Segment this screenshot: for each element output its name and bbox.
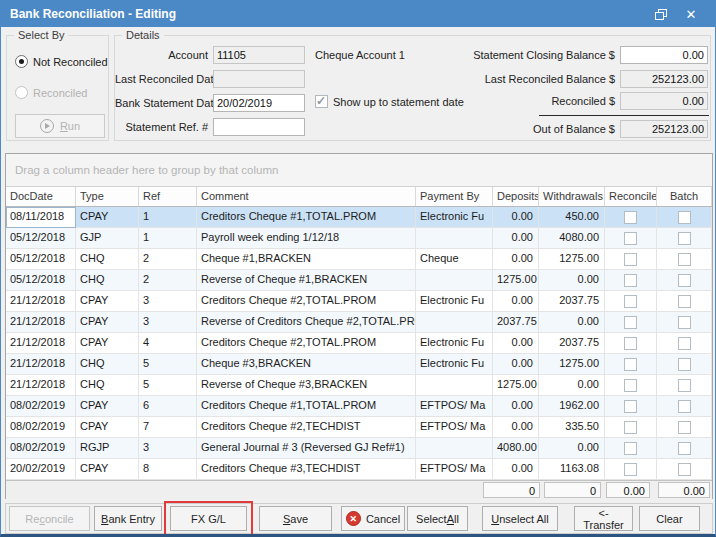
cell-ref: 3 <box>139 438 197 459</box>
table-row[interactable]: 21/12/2018CHQ5Cheque #3,BRACKENElectroni… <box>6 354 712 375</box>
reconcile-checkbox[interactable] <box>624 421 637 434</box>
batch-checkbox[interactable] <box>678 379 691 392</box>
restore-button[interactable] <box>646 3 676 25</box>
group-by-panel: Drag a column header here to group by th… <box>6 154 712 187</box>
column-header-doc_date[interactable]: DocDate <box>6 187 76 206</box>
radio-not-reconciled[interactable]: Not Reconciled <box>15 55 108 68</box>
batch-checkbox[interactable] <box>678 295 691 308</box>
column-header-reconcile[interactable]: Reconcile <box>605 187 657 206</box>
cell-payment_by <box>416 438 493 459</box>
radio-label: Reconciled <box>33 87 87 99</box>
cell-withdrawals: 335.50 <box>539 417 605 438</box>
account-name-text: Cheque Account 1 <box>315 49 405 61</box>
reconcile-checkbox[interactable] <box>624 211 637 224</box>
cell-type: CHQ <box>76 249 139 270</box>
unselect-all-button[interactable]: Unselect All <box>482 506 558 531</box>
batch-checkbox[interactable] <box>678 232 691 245</box>
batch-checkbox[interactable] <box>678 316 691 329</box>
table-row[interactable]: 08/11/2018CPAY1Creditors Cheque #1,TOTAL… <box>6 207 712 228</box>
table-row[interactable]: 21/12/2018CPAY4Creditors Cheque #2,TOTAL… <box>6 333 712 354</box>
column-header-comment[interactable]: Comment <box>197 187 416 206</box>
column-header-batch[interactable]: Batch <box>657 187 712 206</box>
cell-payment_by: Electronic Fu <box>416 207 493 228</box>
statement-ref-label: Statement Ref. # <box>115 121 208 133</box>
balance-divider <box>539 115 709 116</box>
batch-checkbox[interactable] <box>678 337 691 350</box>
cell-doc_date: 21/12/2018 <box>6 375 76 396</box>
column-header-ref[interactable]: Ref <box>139 187 197 206</box>
cell-comment: Reverse of Cheque #1,BRACKEN <box>197 270 416 291</box>
batch-checkbox[interactable] <box>678 274 691 287</box>
batch-checkbox[interactable] <box>678 463 691 476</box>
cancel-button[interactable]: ✕Cancel <box>341 506 405 531</box>
batch-checkbox[interactable] <box>678 358 691 371</box>
close-button[interactable]: ✕ <box>676 3 706 25</box>
transfer-button[interactable]: <- Transfer <box>574 506 633 531</box>
select-all-button[interactable]: Select All <box>407 506 468 531</box>
cell-batch <box>657 291 712 312</box>
cell-type: RGJP <box>76 438 139 459</box>
cell-ref: 1 <box>139 228 197 249</box>
bank-entry-button[interactable]: Bank Entry <box>94 506 162 531</box>
cell-ref: 1 <box>139 207 197 228</box>
table-row[interactable]: 05/12/2018GJP1Payroll week ending 1/12/1… <box>6 228 712 249</box>
save-button[interactable]: Save <box>259 506 332 531</box>
table-row[interactable]: 08/02/2019RGJP3General Journal # 3 (Reve… <box>6 438 712 459</box>
last-reconciled-date-label: Last Reconciled Date <box>115 73 208 85</box>
restore-icon <box>655 9 667 20</box>
cell-doc_date: 08/02/2019 <box>6 396 76 417</box>
cell-withdrawals: 0.00 <box>539 270 605 291</box>
column-header-payment_by[interactable]: Payment By <box>416 187 493 206</box>
reconcile-checkbox[interactable] <box>624 295 637 308</box>
cell-payment_by: Cheque <box>416 249 493 270</box>
cell-withdrawals: 4080.00 <box>539 228 605 249</box>
clear-button[interactable]: Clear <box>639 506 700 531</box>
reconcile-checkbox[interactable] <box>624 337 637 350</box>
cell-ref: 7 <box>139 417 197 438</box>
table-row[interactable]: 21/12/2018CPAY3Reverse of Creditors Cheq… <box>6 312 712 333</box>
table-row[interactable]: 05/12/2018CHQ2Cheque #1,BRACKENCheque0.0… <box>6 249 712 270</box>
column-header-type[interactable]: Type <box>76 187 139 206</box>
reconcile-checkbox[interactable] <box>624 463 637 476</box>
table-row[interactable]: 20/02/2019CPAY8Creditors Cheque #3,TECHD… <box>6 459 712 480</box>
cell-type: CHQ <box>76 354 139 375</box>
batch-checkbox[interactable] <box>678 211 691 224</box>
reconcile-button: Reconcile <box>9 506 90 531</box>
cell-deposits: 0.00 <box>493 459 539 480</box>
reconcile-checkbox[interactable] <box>624 232 637 245</box>
column-header-withdrawals[interactable]: Withdrawals <box>539 187 605 206</box>
column-header-deposits[interactable]: Deposits <box>493 187 539 206</box>
batch-checkbox[interactable] <box>678 400 691 413</box>
reconcile-checkbox[interactable] <box>624 274 637 287</box>
statement-ref-field[interactable] <box>213 118 305 136</box>
reconcile-checkbox[interactable] <box>624 253 637 266</box>
cell-doc_date: 08/02/2019 <box>6 417 76 438</box>
reconcile-checkbox[interactable] <box>624 379 637 392</box>
radio-label: Not Reconciled <box>33 56 108 68</box>
cell-type: CPAY <box>76 312 139 333</box>
table-row[interactable]: 21/12/2018CHQ5Reverse of Cheque #3,BRACK… <box>6 375 712 396</box>
reconcile-checkbox[interactable] <box>624 442 637 455</box>
cell-reconcile <box>605 291 657 312</box>
batch-checkbox[interactable] <box>678 421 691 434</box>
cell-type: CHQ <box>76 270 139 291</box>
cell-type: CHQ <box>76 375 139 396</box>
cell-doc_date: 08/02/2019 <box>6 438 76 459</box>
reconcile-checkbox[interactable] <box>624 358 637 371</box>
cell-withdrawals: 0.00 <box>539 375 605 396</box>
table-row[interactable]: 08/02/2019CPAY7Creditors Cheque #2,TECHD… <box>6 417 712 438</box>
table-row[interactable]: 05/12/2018CHQ2Reverse of Cheque #1,BRACK… <box>6 270 712 291</box>
batch-checkbox[interactable] <box>678 442 691 455</box>
cell-payment_by: Electronic Fu <box>416 291 493 312</box>
cell-doc_date: 05/12/2018 <box>6 249 76 270</box>
fx-g-l-button[interactable]: FX G/L <box>170 506 247 531</box>
bank-statement-date-field[interactable] <box>213 94 305 112</box>
statement-closing-balance-field[interactable] <box>620 46 708 64</box>
reconcile-checkbox[interactable] <box>624 400 637 413</box>
table-row[interactable]: 21/12/2018CPAY3Creditors Cheque #2,TOTAL… <box>6 291 712 312</box>
table-row[interactable]: 08/02/2019CPAY6Creditors Cheque #1,TOTAL… <box>6 396 712 417</box>
reconcile-checkbox[interactable] <box>624 316 637 329</box>
batch-checkbox[interactable] <box>678 253 691 266</box>
cell-batch <box>657 333 712 354</box>
cell-comment: Cheque #1,BRACKEN <box>197 249 416 270</box>
